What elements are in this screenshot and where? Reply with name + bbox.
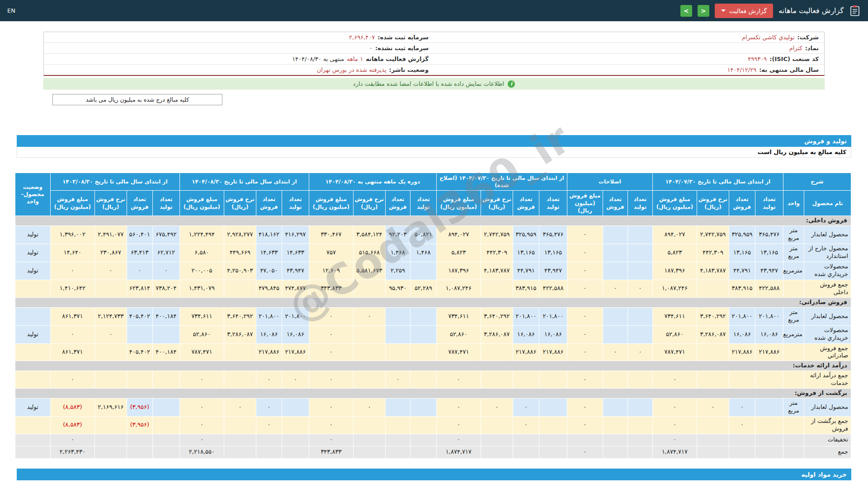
- table-cell: ۵,۵۸۱,۶۷۳: [353, 262, 385, 280]
- column-header: نرخ فروش (ریال): [224, 191, 256, 216]
- table-cell: [603, 225, 627, 244]
- table-cell: ۴,۱۸۳,۷۸۷: [697, 262, 729, 280]
- table-cell: [410, 371, 436, 389]
- table-cell: [603, 371, 627, 389]
- product-row: محصولات خریداري شدهمترمربع۱۶,۰۸۶۱۶,۰۸۶۳,…: [15, 325, 851, 343]
- table-cell: ۹۲,۲۰۳: [385, 225, 410, 244]
- table-cell: ۰: [309, 343, 353, 361]
- table-cell: ۲۰۱,۸۰۰: [282, 307, 309, 325]
- company-info-panel: شرکت: تولیدي کاشي تکسرام سرمایه ثبت شده:…: [43, 32, 825, 76]
- table-cell: ۶۲,۷۱۲: [152, 244, 179, 262]
- table-cell: ۰: [697, 398, 729, 416]
- table-cell: ۰: [353, 398, 385, 416]
- table-cell: [152, 371, 179, 389]
- table-cell: ۴۱۸,۱۶۲: [256, 225, 282, 244]
- table-cell: [603, 262, 627, 280]
- table-cell: ۴۴۹,۶۶۹: [224, 244, 256, 262]
- column-header: تعداد فروش: [385, 191, 410, 216]
- section-row: فروش صادراتی:: [15, 297, 851, 307]
- table-cell: [224, 416, 256, 434]
- table-cell: ۳,۲۸۶,۰۸۷: [481, 325, 513, 343]
- table-cell: [481, 416, 513, 434]
- section-label: برگشت از فروش:: [795, 389, 847, 397]
- table-cell: ۴۴۲,۳۰۹: [481, 244, 513, 262]
- column-header: تعداد فروش: [256, 191, 282, 216]
- table-cell: ۱,۰۸۷,۲۴۶: [652, 280, 697, 297]
- table-cell: ۷۳۴,۶۱۱: [652, 307, 697, 325]
- table-cell: ۱۸۷,۳۹۶: [436, 262, 481, 280]
- table-cell: ۱۸۷,۳۹۶: [652, 262, 697, 280]
- currency-note-row: کلیه مبالغ به میلیون ریال است: [17, 147, 851, 158]
- section-label: فروش داخلی:: [806, 217, 847, 225]
- table-cell: [539, 371, 567, 389]
- table-cell: [353, 434, 385, 446]
- status-cell: تولید: [15, 262, 50, 280]
- table-cell: [513, 371, 539, 389]
- info-row: شرکت: تولیدي کاشي تکسرام سرمایه ثبت شده:…: [44, 32, 824, 43]
- table-cell: [94, 280, 127, 297]
- language-toggle[interactable]: EN: [7, 7, 15, 14]
- table-cell: [410, 307, 436, 325]
- table-cell: (۳,۹۵۶): [127, 398, 152, 416]
- table-cell: [697, 280, 729, 297]
- table-cell: [127, 446, 152, 458]
- table-cell: ۰: [513, 416, 539, 434]
- section-label: فروش صادراتی:: [799, 299, 847, 306]
- table-cell: [224, 446, 256, 458]
- table-cell: ۰: [309, 307, 353, 325]
- table-cell: [627, 325, 652, 343]
- prev-report-button[interactable]: >: [680, 5, 692, 17]
- company-link[interactable]: تولیدي کاشي تکسرام: [742, 34, 795, 41]
- table-cell: [697, 434, 729, 446]
- table-cell: [353, 325, 385, 343]
- table-cell: [627, 262, 652, 280]
- table-cell: [729, 371, 755, 389]
- table-cell: [729, 434, 755, 446]
- summary-row: جمع فروش صادراتي۲۱۷,۸۸۶۲۱۷,۸۸۶۷۸۷,۴۷۱۰۰۰…: [15, 343, 851, 361]
- table-cell: ۰: [385, 371, 410, 389]
- table-cell: ۰: [513, 398, 539, 416]
- table-cell: ۴۴,۷۹۱: [729, 262, 755, 280]
- table-cell: ۵۰,۸۲۱: [410, 225, 436, 244]
- info-row: کد صنعت (ISIC): ۴۹۹۳۰۹ گزارش فعالیت ماها…: [44, 54, 824, 65]
- table-cell: [410, 446, 436, 458]
- table-cell: ۵۲,۸۶۰: [652, 325, 697, 343]
- table-cell: [152, 416, 179, 434]
- table-cell: ۰: [567, 343, 603, 361]
- table-cell: ۲۰۰,۰۰۵: [179, 262, 224, 280]
- column-header: از ابتدای سال مالی تا تاریخ ۱۴۰۴/۰۷/۳۰ (…: [436, 173, 567, 191]
- next-report-button[interactable]: <: [698, 5, 709, 17]
- table-cell: ۱,۴۶۸: [410, 244, 436, 262]
- signature-match-notice: i اطلاعات نمایش داده شده با اطلاعات امضا…: [43, 78, 825, 89]
- table-cell: ۵۲,۸۶۰: [179, 325, 224, 343]
- symbol-link[interactable]: کترام: [789, 45, 802, 52]
- table-cell: ۰: [652, 416, 697, 434]
- issuer-status-value: پذیرفته شده در بورس تهران: [317, 66, 387, 73]
- table-cell: ۳۸۳,۹۱۵: [513, 280, 539, 297]
- table-cell: [755, 398, 783, 416]
- table-cell: ۲,۴۹۱,۰۷۷: [94, 225, 127, 244]
- status-cell: [15, 416, 50, 434]
- row-label: جمع: [804, 446, 851, 458]
- section-cell: فروش داخلی:: [15, 216, 851, 225]
- report-type-dropdown[interactable]: گزارش فعالیت: [715, 4, 773, 18]
- table-cell: [152, 325, 179, 343]
- table-cell: [755, 434, 783, 446]
- table-cell: [385, 416, 410, 434]
- table-cell: ۳,۲۸۶,۰۸۷: [697, 325, 729, 343]
- info-icon: i: [508, 80, 515, 88]
- section-production-header: تولید و فروش: [17, 135, 851, 147]
- table-cell: ۴۲۲,۵۸۸: [539, 280, 567, 297]
- summary-row: جمع درآمد ارائه خدمات۰۰۰۰۰۰۰۰۰: [15, 371, 851, 389]
- section-cell: برگشت از فروش:: [15, 388, 851, 398]
- table-cell: [127, 325, 152, 343]
- table-cell: ۰: [282, 371, 309, 389]
- amounts-note-box: کلیه مبالغ درج شده به میلیون ریال می باش…: [52, 94, 222, 105]
- table-cell: ۲,۱۶۹,۶۱۶: [94, 398, 127, 416]
- row-label: جمع درآمد ارائه خدمات: [804, 371, 851, 389]
- table-cell: [627, 416, 652, 434]
- table-cell: [755, 446, 783, 458]
- summary-row: تخفیفات۰۰۰۰۰: [15, 434, 851, 446]
- table-cell: [94, 343, 127, 361]
- column-header: تعداد تولید: [627, 191, 652, 216]
